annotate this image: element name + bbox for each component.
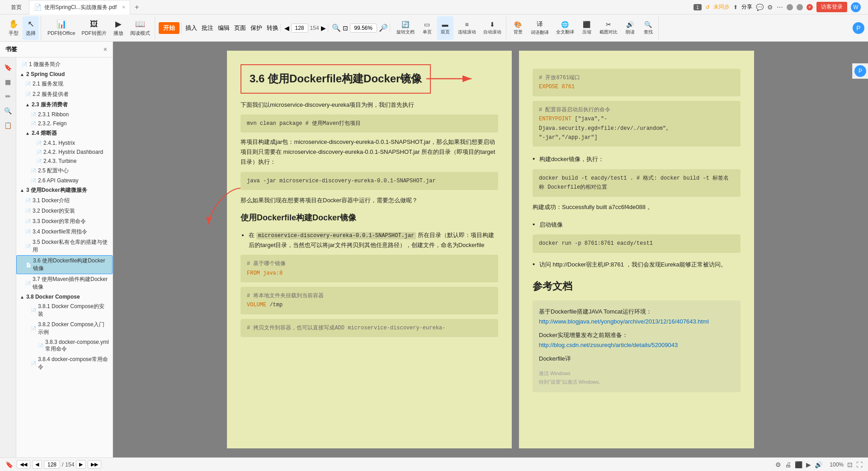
toc-page-icon: 📄 [22,62,27,67]
zoom-in-icon[interactable]: 🔎 [379,24,388,32]
start-button[interactable]: 开始 [159,22,179,34]
single-page-button[interactable]: ▭ 单页 [419,16,435,40]
msg-icon[interactable]: 💬 [756,4,764,11]
play-button[interactable]: ▶ 播放 [110,16,127,40]
search-button[interactable]: 🔍 查找 [640,16,656,40]
edit-menu[interactable]: 编辑 [218,24,230,32]
zoom-out-icon[interactable]: 🔍 [332,24,341,32]
bookmark-icon[interactable]: 🔖 [5,461,13,468]
sidebar-close-icon[interactable]: × [104,46,107,53]
ref-link-1[interactable]: http://www.blogjava.net/yongboy/archive/… [539,318,709,325]
continue-scroll-button[interactable]: ≡ 连续滚动 [455,16,479,40]
sidebar-annotation-icon[interactable]: ✏ [2,90,14,103]
sub-section-title: 使用Dockerfile构建Docker镜像 [241,211,498,225]
pdf-to-office-button[interactable]: 📊 PDF转Office [45,16,78,40]
minimize-button[interactable] [787,4,793,10]
expand-icon[interactable]: ⋯ [777,4,783,11]
toc-item-3-5[interactable]: 📄 3.5 Docker私有仓库的搭建与使用 [16,237,113,255]
screenshot-compare-button[interactable]: ✂ 截图对比 [597,16,620,40]
toc-item-2-4-3[interactable]: 📄 2.4.3. Turbine [16,157,113,166]
nav-first-button[interactable]: ◀◀ [17,460,30,469]
toc-item-3-1[interactable]: 📄 3.1 Docker介绍 [16,195,113,206]
double-page-button[interactable]: ▬ 双页 [437,16,453,40]
zoom-input[interactable] [350,24,377,33]
toc-item-3[interactable]: ▲ 3 使用Docker构建微服务 [16,185,113,195]
sidebar-layer-icon[interactable]: 📋 [2,119,14,132]
convert-menu[interactable]: 转换 [267,24,278,32]
toc-item-2-3[interactable]: ▲ 2.3 服务消费者 [16,100,113,110]
settings-icon[interactable]: ⚙ [767,4,773,11]
toc-item-micro[interactable]: 📄 1 微服务简介 [16,59,113,70]
sidebar-search-icon[interactable]: 🔍 [2,105,14,117]
toc-item-spring-cloud[interactable]: ▲ 2 Spring Cloud [16,70,113,79]
tab-pdf[interactable]: 📄 使用SpringCl...实战微服务.pdf × [29,0,130,14]
status-icon-1: ⚙ [775,461,781,468]
background-button[interactable]: 🎨 背景 [510,16,526,40]
nav-next-button[interactable]: ▶ [76,460,86,469]
red-arrow-right [426,70,481,88]
code-block-docker-run: docker run -p 8761:8761 eacdy/test1 [533,234,741,252]
nav-prev-button[interactable]: ◀ [32,460,42,469]
add-tab-button[interactable]: + [130,3,143,11]
select-tool-button[interactable]: ↖ 选择 [23,16,39,40]
pdf-to-image-button[interactable]: 🖼 PDF转图片 [79,16,109,40]
visit-login-button[interactable]: 访客登录 [816,2,847,12]
main-layout: 书签 × 🔖 ▦ ✏ 🔍 📋 📄 1 微服务简介 ▲ 2 [0,42,868,457]
page-number-input[interactable] [291,24,308,33]
hand-tool-button[interactable]: ✋ 手型 [5,16,22,40]
toc-item-3-6[interactable]: 📄 3.6 使用Dockerfile构建Docker镜像 [16,255,113,274]
user-avatar[interactable]: W [851,2,861,12]
sidebar-thumbnail-icon[interactable]: ▦ [2,76,14,88]
maximize-button[interactable] [797,4,803,10]
toc-item-2-1[interactable]: 📄 2.1 服务发现 [16,79,113,89]
toc-item-2-3-1[interactable]: 📄 2.3.1 Ribbon [16,110,113,119]
tab-home[interactable]: 首页 [4,0,29,14]
right-edge-pdf-icon[interactable]: P [854,65,866,77]
code-block-entrypoint: # 配置容器启动后执行的命令 ENTRYPOINT ["java","-Djav… [533,101,741,147]
share-icon[interactable]: ⬆ [733,4,738,10]
full-translate-button[interactable]: 🌐 全文翻译 [553,16,577,40]
close-tab-icon[interactable]: × [122,4,125,10]
word-translate-button[interactable]: 译 词语翻译 [528,16,552,40]
toc-item-2-4[interactable]: ▲ 2.4 熔断器 [16,128,113,138]
next-page-icon[interactable]: ▶ [321,24,326,32]
pages-menu[interactable]: 页面 [234,24,246,32]
status-page-input[interactable] [44,461,60,469]
protect-menu[interactable]: 保护 [250,24,262,32]
sidebar-bookmark-icon[interactable]: 🔖 [2,61,14,74]
toc-item-3-8-4[interactable]: 📄 3.8.4 docker-compose常用命令 [16,354,113,372]
toc-item-3-3[interactable]: 📄 3.3 Docker的常用命令 [16,216,113,227]
toc-item-3-8-2[interactable]: 📄 3.8.2 Docker Compose入门示例 [16,319,113,338]
toc-item-2-6[interactable]: 📄 2.6 API Gateway [16,176,113,185]
rotate-doc-button[interactable]: 🔄 旋转文档 [394,16,417,40]
sync-icon[interactable]: ↺ [705,4,710,10]
read-mode-button[interactable]: 📖 阅读模式 [127,16,153,40]
toc-page-icon: 📄 [31,112,36,117]
toc-item-3-8-1[interactable]: 📄 3.8.1 Docker Compose的安装 [16,301,113,319]
code-comment-5a: # 拷贝文件到容器，也可以直接写成ADD microservice-discov… [247,324,492,333]
read-aloud-button[interactable]: 🔊 朗读 [622,16,638,40]
toc-item-3-8-3[interactable]: 📄 3.8.3 docker-compose.yml常用命令 [16,338,113,354]
insert-menu[interactable]: 插入 [185,24,197,32]
toc-item-2-4-1[interactable]: 📄 2.4.1. Hystrix [16,138,113,147]
toc-item-3-4[interactable]: 📄 3.4 Dockerfile常用指令 [16,227,113,237]
close-button[interactable]: × [807,4,813,10]
toc-item-2-2[interactable]: 📄 2.2 服务提供者 [16,89,113,100]
toc-label: 3 使用Docker构建微服务 [26,186,87,194]
toc-item-2-5[interactable]: 📄 2.5 配置中心 [16,166,113,176]
read-icon: 📖 [135,19,145,29]
rotate-doc-label: 旋转文档 [396,29,415,35]
toc-item-3-7[interactable]: 📄 3.7 使用Maven插件构建Docker镜像 [16,274,113,292]
zoom-fit-icon[interactable]: ⊡ [343,24,348,32]
nav-last-button[interactable]: ▶▶ [88,460,101,469]
toc-item-2-3-2[interactable]: 📄 2.3.2. Feign [16,119,113,128]
prev-page-icon[interactable]: ◀ [284,24,289,32]
auto-scroll-button[interactable]: ⬇ 自动滚动 [481,16,504,40]
toc-item-3-8[interactable]: ▲ 3.8 Docker Compose [16,292,113,301]
pdf-blue-icon[interactable]: P [853,22,864,34]
toc-item-2-4-2[interactable]: 📄 2.4.2. Hystrix Dashboard [16,147,113,157]
toc-item-3-2[interactable]: 📄 3.2 Docker的安装 [16,206,113,216]
notes-menu[interactable]: 批注 [202,24,213,32]
compress-button[interactable]: ⬛ 压缩 [579,16,595,40]
ref-link-2[interactable]: http://blog.csdn.net/zssureqh/article/de… [539,342,678,348]
